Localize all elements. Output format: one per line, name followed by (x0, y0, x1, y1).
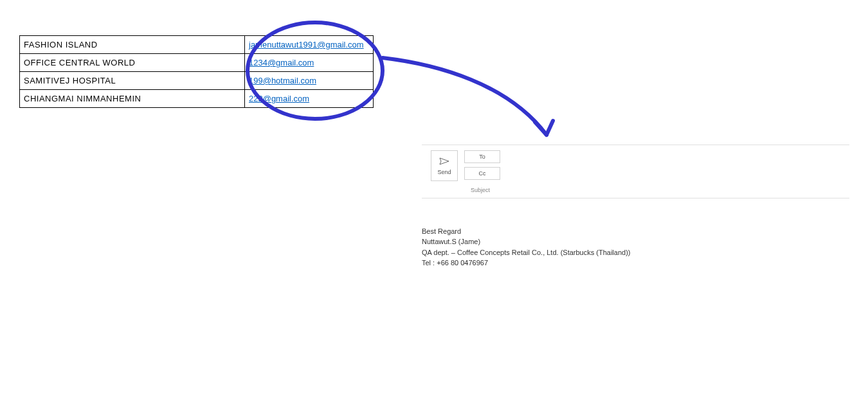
table-row: SAMITIVEJ HOSPITAL 199@hotmail.com (20, 72, 374, 90)
name-cell: OFFICE CENTRAL WORLD (20, 54, 245, 72)
to-input[interactable] (507, 150, 849, 163)
signature-line: Tel : +66 80 0476967 (422, 258, 630, 268)
to-button[interactable]: To (464, 150, 500, 163)
name-cell: FASHION ISLAND (20, 36, 245, 54)
send-label: Send (437, 169, 451, 175)
signature-line: QA dept. – Coffee Concepts Retail Co., L… (422, 248, 630, 258)
email-cell: 199@hotmail.com (245, 72, 374, 90)
email-cell: jamenuttawut1991@gmail.com (245, 36, 374, 54)
compose-header: Send To Cc (422, 145, 849, 182)
to-row: To (464, 149, 849, 164)
email-cell: 222@gmail.com (245, 90, 374, 108)
subject-input[interactable] (500, 186, 849, 194)
email-link[interactable]: jamenuttawut1991@gmail.com (249, 40, 364, 49)
table-row: CHIANGMAI NIMMANHEMIN 222@gmail.com (20, 90, 374, 108)
recipient-area: To Cc (464, 149, 849, 182)
send-icon (439, 157, 449, 167)
cc-button[interactable]: Cc (464, 167, 500, 180)
table-row: OFFICE CENTRAL WORLD 1234@gmail.com (20, 54, 374, 72)
subject-label: Subject (471, 187, 500, 193)
signature-line: Nuttawut.S (Jame) (422, 237, 630, 247)
email-signature: Best Regard Nuttawut.S (Jame) QA dept. –… (422, 227, 630, 269)
email-table: FASHION ISLAND jamenuttawut1991@gmail.co… (19, 35, 374, 108)
table-row: FASHION ISLAND jamenuttawut1991@gmail.co… (20, 36, 374, 54)
signature-line: Best Regard (422, 227, 630, 236)
email-link[interactable]: 199@hotmail.com (249, 76, 316, 85)
compose-panel: Send To Cc Subject (422, 145, 849, 198)
name-cell: SAMITIVEJ HOSPITAL (20, 72, 245, 90)
cc-row: Cc (464, 166, 849, 181)
cc-input[interactable] (507, 167, 849, 180)
email-link[interactable]: 222@gmail.com (249, 94, 309, 103)
email-link[interactable]: 1234@gmail.com (249, 58, 314, 67)
name-cell: CHIANGMAI NIMMANHEMIN (20, 90, 245, 108)
subject-row: Subject (422, 182, 849, 198)
email-cell: 1234@gmail.com (245, 54, 374, 72)
send-button[interactable]: Send (431, 150, 458, 181)
